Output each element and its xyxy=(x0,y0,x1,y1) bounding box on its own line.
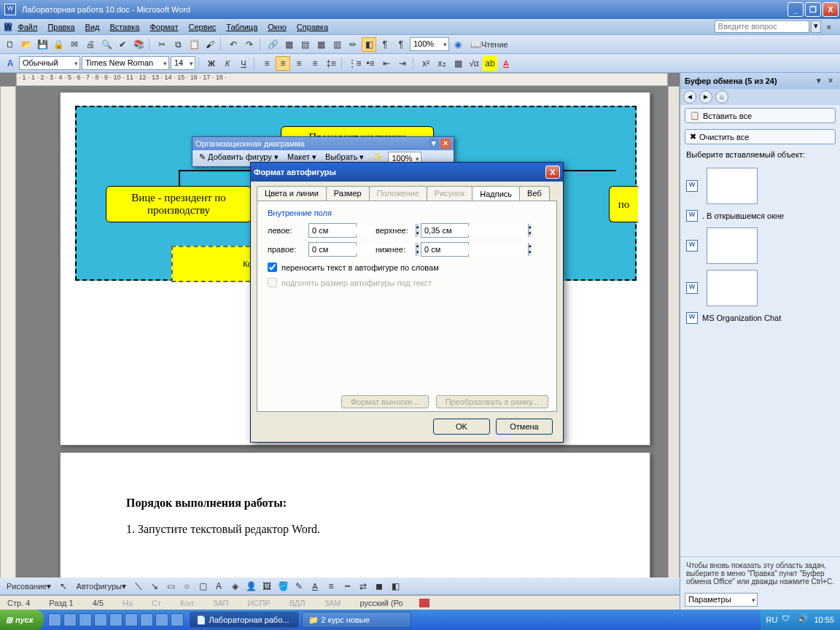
close-document-button[interactable]: × xyxy=(822,23,836,31)
menu-insert[interactable]: Вставка xyxy=(106,21,144,33)
taskbar-task-word[interactable]: 📄 Лабораторная рабо... xyxy=(190,612,299,628)
status-trk[interactable]: ИСПР xyxy=(245,599,273,607)
spell-status-icon[interactable] xyxy=(419,599,429,607)
help-icon[interactable]: ◉ xyxy=(451,37,465,52)
nav-back-icon[interactable]: ◄ xyxy=(683,90,696,104)
tab-web[interactable]: Веб xyxy=(519,186,550,201)
autoshapes-menu[interactable]: Автофигуры ▾ xyxy=(72,579,130,594)
line-icon[interactable]: ＼ xyxy=(131,579,146,594)
styles-pane-icon[interactable]: A xyxy=(3,56,18,71)
clipart-icon[interactable]: 👤 xyxy=(244,579,258,594)
status-rec[interactable]: ЗАП xyxy=(210,599,232,607)
rectangle-icon[interactable]: ▭ xyxy=(163,579,178,594)
horizontal-ruler[interactable]: · 1 · 1 · 2 · 3 · 4 · 5 · 6 · 7 · 8 · 9 … xyxy=(16,73,668,86)
undo-icon[interactable]: ↶ xyxy=(226,37,241,52)
save-icon[interactable]: 💾 xyxy=(35,37,50,52)
decrease-indent-icon[interactable]: ⇤ xyxy=(379,56,394,71)
wrap-text-check[interactable] xyxy=(268,262,277,272)
arrow-icon[interactable]: ↘ xyxy=(147,579,162,594)
ok-button[interactable]: OK xyxy=(433,419,490,435)
org-box-vp-production[interactable]: Вице - президент по производству xyxy=(106,186,252,222)
cut-icon[interactable]: ✂ xyxy=(155,37,169,52)
align-center-icon[interactable]: ≡ xyxy=(276,56,290,71)
vertical-scrollbar[interactable] xyxy=(668,86,680,598)
permission-icon[interactable]: 🔒 xyxy=(51,37,66,52)
borders-icon[interactable]: ▦ xyxy=(451,56,465,71)
menu-tools[interactable]: Сервис xyxy=(184,21,220,33)
line-style-icon[interactable]: ≡ xyxy=(324,579,338,594)
top-margin-input[interactable]: ▴▾ xyxy=(421,223,469,238)
restore-button[interactable]: ❐ xyxy=(805,2,821,17)
ask-dropdown[interactable]: ▾ xyxy=(811,20,821,33)
numbering-icon[interactable]: ⋮≡ xyxy=(347,56,362,71)
research-icon[interactable]: 📚 xyxy=(131,37,146,52)
font-combo[interactable]: Times New Roman xyxy=(82,56,169,70)
tab-size[interactable]: Размер xyxy=(326,186,370,201)
ql-icon[interactable] xyxy=(48,613,61,626)
cancel-button[interactable]: Отмена xyxy=(496,419,553,435)
wrap-text-checkbox[interactable]: переносить текст в автофигуре по словам xyxy=(268,262,546,272)
clipboard-item[interactable]: W xyxy=(685,267,836,309)
spell-icon[interactable]: ✔ xyxy=(115,37,130,52)
tray-icon[interactable]: 🔊 xyxy=(798,614,809,626)
drawing-icon[interactable]: ✏ xyxy=(346,37,360,52)
status-ext[interactable]: ВДЛ xyxy=(287,599,308,607)
document-area[interactable]: Президент компании Вице - президент по п… xyxy=(16,86,668,598)
tray-lang[interactable]: RU xyxy=(766,615,778,624)
ql-icon[interactable] xyxy=(155,613,168,626)
line-spacing-icon[interactable]: ‡≡ xyxy=(324,56,338,71)
justify-icon[interactable]: ≡ xyxy=(308,56,322,71)
ql-icon[interactable] xyxy=(140,613,153,626)
task-pane-menu-icon[interactable]: ▾ xyxy=(814,76,824,86)
arrow-style-icon[interactable]: ⇄ xyxy=(356,579,370,594)
paste-icon[interactable]: 📋 xyxy=(187,37,201,52)
new-doc-icon[interactable]: 🗋 xyxy=(3,37,18,52)
options-combo[interactable]: Параметры xyxy=(685,593,758,607)
highlight-icon[interactable]: ab xyxy=(483,56,497,71)
nav-home-icon[interactable]: ⌂ xyxy=(715,90,728,104)
menu-file[interactable]: Файл xyxy=(13,21,42,33)
bullets-icon[interactable]: •≡ xyxy=(363,56,378,71)
tables-borders-icon[interactable]: ▦ xyxy=(281,37,296,52)
dash-style-icon[interactable]: ┅ xyxy=(340,579,354,594)
size-combo[interactable]: 14 xyxy=(171,56,195,70)
oval-icon[interactable]: ○ xyxy=(179,579,194,594)
status-ovr[interactable]: ЗАМ xyxy=(321,599,343,607)
subscript-icon[interactable]: x₂ xyxy=(435,56,449,71)
task-pane-close-icon[interactable]: × xyxy=(825,76,836,86)
open-icon[interactable]: 📂 xyxy=(19,37,34,52)
fill-color-icon[interactable]: 🪣 xyxy=(276,579,290,594)
show-hide-icon[interactable]: ¶ xyxy=(378,37,392,52)
format-painter-icon[interactable]: 🖌 xyxy=(203,37,217,52)
ql-icon[interactable] xyxy=(125,613,138,626)
increase-indent-icon[interactable]: ⇥ xyxy=(395,56,410,71)
tray-icon[interactable]: 🛡 xyxy=(782,614,793,626)
minimize-button[interactable]: _ xyxy=(788,2,804,17)
paragraph-icon[interactable]: ¶ xyxy=(394,37,408,52)
org-box-vp-right[interactable]: по xyxy=(609,186,638,222)
menu-edit[interactable]: Правка xyxy=(43,21,79,33)
toolbar-close-icon[interactable]: × xyxy=(440,139,451,149)
select-objects-icon[interactable]: ↖ xyxy=(56,579,71,594)
picture-icon[interactable]: 🖼 xyxy=(260,579,274,594)
diagram-icon[interactable]: ◈ xyxy=(228,579,242,594)
right-margin-input[interactable]: ▴▾ xyxy=(308,242,357,257)
bottom-margin-input[interactable]: ▴▾ xyxy=(421,242,469,257)
ql-icon[interactable] xyxy=(171,613,184,626)
doc-map-icon[interactable]: ◧ xyxy=(362,37,376,52)
italic-icon[interactable]: К xyxy=(220,56,235,71)
superscript-icon[interactable]: x² xyxy=(419,56,433,71)
ql-icon[interactable] xyxy=(94,613,107,626)
textbox-icon[interactable]: ▢ xyxy=(195,579,210,594)
clear-all-button[interactable]: ✖ Очистить все xyxy=(685,129,836,144)
ql-icon[interactable] xyxy=(79,613,92,626)
tab-picture[interactable]: Рисунок xyxy=(427,186,473,201)
redo-icon[interactable]: ↷ xyxy=(242,37,257,52)
ask-a-question-input[interactable]: Введите вопрос xyxy=(715,20,809,33)
vertical-ruler[interactable] xyxy=(0,86,16,598)
clipboard-item[interactable]: W xyxy=(685,165,836,207)
bold-icon[interactable]: Ж xyxy=(204,56,219,71)
tray-clock[interactable]: 10:55 xyxy=(814,615,834,624)
left-margin-input[interactable]: ▴▾ xyxy=(308,223,357,238)
toolbar-options-icon[interactable]: ▾ xyxy=(429,139,439,149)
